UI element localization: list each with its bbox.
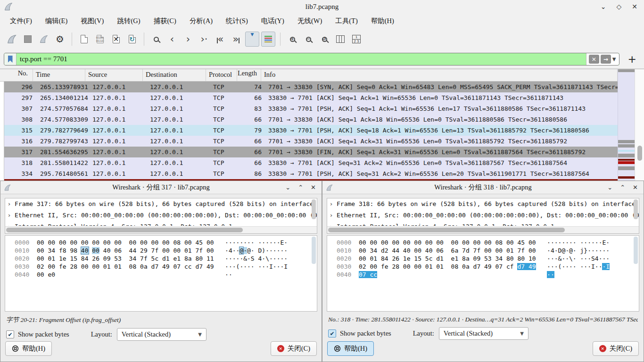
expand-arrow-icon[interactable]: › — [8, 221, 15, 226]
tree-row[interactable]: ›Ethernet II, Src: 00:00:00_00:00:00 (00… — [327, 210, 639, 221]
resize-columns-button[interactable] — [333, 32, 347, 47]
packet-row[interactable]: 307274.577057684127.0.0.1127.0.0.1TCP833… — [4, 103, 618, 114]
filter-apply-button[interactable]: → — [601, 55, 611, 64]
hex-row[interactable]: 001000 34 f8 98 40 00 40 06 44 29 7f 00 … — [15, 247, 317, 255]
packet-row[interactable]: 297265.134001214127.0.0.1127.0.0.1TCP663… — [4, 92, 618, 103]
close-button[interactable]: ✕ 关闭(C) — [271, 341, 317, 356]
packet-row[interactable]: 316279.782799743127.0.0.1127.0.0.1TCP667… — [4, 136, 618, 147]
menu-item[interactable]: 统计(S) — [221, 15, 253, 27]
menu-item[interactable]: 文件(F) — [5, 15, 37, 27]
hex-row[interactable]: 001000 34 d2 44 40 00 40 06 6a 7d 7f 00 … — [337, 247, 639, 255]
menu-item[interactable]: 工具(T) — [330, 15, 363, 27]
help-button[interactable]: 帮助(H) — [5, 341, 52, 356]
auto-scroll-toggle[interactable]: ▼ — [245, 32, 259, 47]
close-file-button[interactable]: ✕ — [109, 32, 123, 47]
hex-row[interactable]: 003002 00 fe 28 00 00 01 01 08 0a d7 49 … — [15, 263, 317, 271]
column-header[interactable]: Info — [261, 69, 618, 81]
menu-item[interactable]: 捕获(C) — [149, 15, 182, 27]
expand-arrow-icon[interactable]: › — [8, 210, 15, 221]
minimize-icon[interactable]: ⌄ — [285, 184, 290, 191]
filter-expression[interactable]: tcp.port == 7701 — [17, 55, 586, 63]
zoom-in-button[interactable]: + — [285, 32, 299, 47]
open-file-button[interactable] — [77, 32, 91, 47]
hex-row[interactable]: 004007 cc·· — [337, 271, 639, 279]
hex-row[interactable]: 003002 00 fe 28 00 00 01 01 08 0a d7 49 … — [337, 263, 639, 271]
tree-horizontal-scrollbar[interactable] — [5, 226, 317, 233]
menu-item[interactable]: 电话(Y) — [256, 15, 289, 27]
tree-scrollbar-thumb[interactable] — [634, 199, 638, 219]
scrollbar-thumb[interactable] — [6, 228, 243, 232]
filter-bookmark-button[interactable] — [4, 53, 17, 65]
column-header[interactable]: No. — [0, 69, 33, 81]
find-packet-button[interactable] — [149, 32, 163, 47]
tree-row[interactable]: ›Frame 318: 66 bytes on wire (528 bits),… — [327, 198, 639, 210]
start-capture-button[interactable] — [5, 32, 19, 47]
display-filter-input[interactable]: tcp.port == 7701 ✕ → ▼ — [4, 53, 619, 66]
reload-file-button[interactable]: ↻ — [125, 32, 139, 47]
go-forward-button[interactable]: › — [181, 32, 195, 47]
help-button[interactable]: 帮助(H) — [327, 341, 374, 356]
minimize-icon[interactable]: ⌄ — [607, 184, 612, 191]
capture-options-button[interactable]: ⚙ — [53, 32, 67, 47]
close-button[interactable]: ✕ 关闭(C) — [593, 341, 639, 356]
show-packet-bytes-checkbox[interactable]: ✔ — [328, 329, 336, 337]
go-back-button[interactable]: ‹ — [165, 32, 179, 47]
hex-row[interactable]: 000000 00 00 00 00 00 00 00 00 00 00 00 … — [15, 239, 317, 247]
column-header[interactable]: Destination — [143, 69, 206, 81]
packet-row[interactable]: 315279.782779649127.0.0.1127.0.0.1TCP793… — [4, 125, 618, 136]
save-file-button[interactable]: 01010110 — [93, 32, 107, 47]
tree-row[interactable]: ›Ethernet II, Src: 00:00:00_00:00:00 (00… — [5, 210, 317, 221]
packet-list-scrollbar[interactable] — [635, 69, 644, 181]
packet-row[interactable]: 308274.577083309127.0.0.1127.0.0.1TCP667… — [4, 114, 618, 125]
hex-row[interactable]: 004000 e0·· — [15, 271, 317, 279]
close-icon[interactable]: ✕ — [633, 184, 638, 191]
menu-item[interactable]: 无线(W) — [292, 15, 327, 27]
menu-item[interactable]: 编辑(E) — [40, 15, 73, 27]
first-packet-button[interactable]: « — [213, 32, 227, 47]
tree-row[interactable]: ›Internet Protocol Version 4, Src: 127.0… — [5, 221, 317, 226]
show-packet-bytes-checkbox[interactable]: ✔ — [6, 330, 14, 338]
filter-add-button[interactable]: + — [624, 53, 640, 65]
tree-scrollbar-thumb[interactable] — [312, 199, 316, 219]
filter-clear-button[interactable]: ✕ — [589, 55, 599, 64]
go-to-packet-button[interactable]: ›· — [197, 32, 211, 47]
scrollbar-thumb[interactable] — [328, 228, 565, 232]
packet-row[interactable]: 296265.133978931127.0.0.1127.0.0.1TCP747… — [4, 82, 618, 92]
packet-row[interactable]: 318281.558011422127.0.0.1127.0.0.1TCP663… — [4, 157, 618, 168]
restore-icon[interactable]: ⌃ — [298, 184, 303, 191]
restore-icon[interactable]: ⌃ — [620, 184, 625, 191]
column-header[interactable]: Protocol — [206, 69, 237, 81]
filter-dropdown-icon[interactable]: ▼ — [612, 57, 616, 62]
colorize-toggle[interactable] — [261, 32, 275, 47]
menu-item[interactable]: 跳转(G) — [112, 15, 145, 27]
close-icon[interactable]: ✕ — [632, 3, 637, 10]
menu-item[interactable]: 视图(V) — [75, 15, 109, 27]
hex-row[interactable]: 000000 00 00 00 00 00 00 00 00 00 00 00 … — [337, 239, 639, 247]
expand-arrow-icon[interactable]: › — [8, 198, 15, 210]
expand-arrow-icon[interactable]: › — [330, 210, 337, 221]
last-packet-button[interactable]: » — [229, 32, 243, 47]
maximize-icon[interactable]: ◇ — [616, 3, 621, 10]
menu-item[interactable]: 分析(A) — [184, 15, 218, 27]
close-icon[interactable]: ✕ — [311, 184, 316, 191]
stop-capture-button[interactable] — [21, 32, 35, 47]
column-layout-button[interactable]: 12 3 — [349, 32, 363, 47]
scrollbar-thumb[interactable] — [637, 146, 642, 161]
minimize-icon[interactable]: ⌄ — [601, 3, 606, 10]
layout-select[interactable]: Vertical (Stacked) ▼ — [117, 328, 206, 341]
tree-row[interactable]: ›Internet Protocol Version 4, Src: 127.0… — [327, 221, 639, 226]
zoom-reset-button[interactable]: ↺ — [317, 32, 331, 47]
zoom-out-button[interactable]: − — [301, 32, 315, 47]
hex-scrollbar-thumb[interactable] — [634, 237, 638, 264]
layout-select[interactable]: Vertical (Stacked) ▼ — [439, 327, 528, 340]
menu-item[interactable]: 帮助(H) — [366, 15, 399, 27]
hex-row[interactable]: 002000 01 1e 15 84 26 09 53 34 7f 5c d1 … — [15, 255, 317, 263]
expand-arrow-icon[interactable]: › — [330, 221, 337, 226]
column-header[interactable]: Time — [33, 69, 85, 81]
restart-capture-button[interactable] — [37, 32, 51, 47]
packet-row[interactable]: 317281.554636295127.0.0.1127.0.0.1TCP667… — [4, 147, 618, 157]
expand-arrow-icon[interactable]: › — [330, 198, 337, 210]
intelligent-scrollbar-minimap[interactable] — [618, 69, 635, 181]
hex-row[interactable]: 002000 01 84 26 1e 15 5c d1 e1 8a 09 53 … — [337, 255, 639, 263]
hex-scrollbar-thumb[interactable] — [312, 237, 316, 264]
